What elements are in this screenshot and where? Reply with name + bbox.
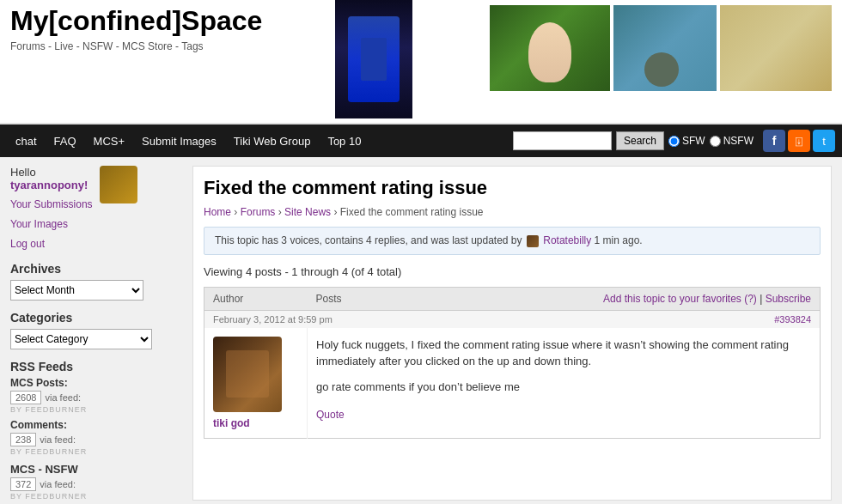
author-avatar <box>213 337 282 412</box>
sidebar: Hello tyarannopony! Your Submissions You… <box>10 166 182 501</box>
sidebar-username[interactable]: tyarannopony! <box>10 179 88 191</box>
favorites-q: (?) <box>744 293 757 305</box>
add-favorites-cell: Add this topic to your favorites (?) | S… <box>400 287 821 310</box>
search-input[interactable] <box>513 131 612 150</box>
header-images <box>490 5 832 117</box>
post-body-1: Holy fuck nuggets, I fixed the comment r… <box>316 337 811 370</box>
categories-title: Categories <box>10 311 182 325</box>
sidebar-link-logout[interactable]: Log out <box>10 234 93 254</box>
facebook-icon[interactable]: f <box>763 130 785 152</box>
breadcrumb-site-news[interactable]: Site News <box>284 206 331 218</box>
nav-faq[interactable]: FAQ <box>46 128 85 155</box>
mcs-posts-feed-text: via feed: <box>45 392 81 403</box>
sidebar-link-images[interactable]: Your Images <box>10 215 93 234</box>
author-column-header: Author <box>204 287 308 310</box>
sidebar-hello: Hello <box>10 166 93 179</box>
info-user-link[interactable]: Rotatebilly <box>543 234 591 246</box>
breadcrumb-home[interactable]: Home <box>204 206 231 218</box>
mcs-posts-label: MCS Posts: <box>10 377 182 389</box>
breadcrumb-forums[interactable]: Forums <box>241 206 276 218</box>
archives-title: Archives <box>10 262 182 276</box>
post-id-link[interactable]: #393824 <box>774 314 811 325</box>
post-author-cell: tiki god <box>204 328 308 439</box>
header-img-1 <box>490 5 610 91</box>
nav-links: Forums - Live - NSFW - MCS Store - Tags <box>10 40 262 52</box>
post-meta-row: February 3, 2012 at 9:59 pm #393824 <box>204 310 821 328</box>
comments-count-box: 238 <box>10 433 36 446</box>
nav-link-tags[interactable]: Tags <box>181 40 203 52</box>
sidebar-avatar <box>100 166 137 203</box>
mcs-posts-feedburner: BY FEEDBURNER <box>10 405 182 414</box>
social-icons: f ⍗ t <box>763 130 835 152</box>
nav-chat[interactable]: chat <box>7 128 46 155</box>
topic-info-box: This topic has 3 voices, contains 4 repl… <box>204 227 821 255</box>
categories-section: Categories Select Category <box>10 311 182 349</box>
post-title: Fixed the comment rating issue <box>204 177 821 199</box>
nav-submit-images[interactable]: Submit Images <box>133 128 225 155</box>
nav-link-forums[interactable]: Forums <box>10 40 46 52</box>
posts-table: Author Posts Add this topic to your favo… <box>204 287 821 439</box>
comments-feedburner: BY FEEDBURNER <box>10 447 182 456</box>
comments-feed-text: via feed: <box>40 434 76 445</box>
breadcrumb: Home › Forums › Site News › Fixed the co… <box>204 206 821 218</box>
viewing-text: Viewing 4 posts - 1 through 4 (of 4 tota… <box>204 265 821 278</box>
mcs-posts-count-box: 2608 <box>10 391 41 404</box>
quote-link[interactable]: Quote <box>316 409 345 421</box>
posts-column-header: Posts <box>308 287 400 310</box>
nsfw-option[interactable]: NSFW <box>710 135 754 147</box>
subscribe-link[interactable]: Subscribe <box>766 293 811 305</box>
post-content-row: tiki god Holy fuck nuggets, I fixed the … <box>204 328 821 439</box>
comments-label: Comments: <box>10 419 182 431</box>
archives-select[interactable]: Select Month <box>10 280 143 301</box>
content-area: Fixed the comment rating issue Home › Fo… <box>192 166 832 501</box>
info-time: 1 min ago. <box>595 234 643 246</box>
navbar: chat FAQ MCS+ Submit Images Tiki Web Gro… <box>0 124 842 157</box>
post-body-2: go rate comments if you don’t believe me <box>316 379 811 396</box>
add-favorites-link[interactable]: Add this topic to your favorites <box>603 293 741 305</box>
header-img-2 <box>613 5 717 91</box>
site-title: My[confined]Space <box>10 5 262 37</box>
nsfw-label: MCS - NSFW <box>10 463 182 476</box>
search-box: Search SFW NSFW f ⍗ t <box>513 130 835 152</box>
search-button[interactable]: Search <box>616 131 664 150</box>
posts-table-header: Author Posts Add this topic to your favo… <box>204 287 821 310</box>
nav-top-10[interactable]: Top 10 <box>319 128 369 155</box>
nsfw-feedburner: BY FEEDBURNER <box>10 492 182 501</box>
post-body-cell: Holy fuck nuggets, I fixed the comment r… <box>308 328 821 439</box>
nsfw-feed-text: via feed: <box>40 479 76 489</box>
hero-image <box>335 0 412 118</box>
rss-section: RSS Feeds MCS Posts: 2608 via feed: BY F… <box>10 360 182 501</box>
rss-title: RSS Feeds <box>10 360 182 373</box>
author-name-link[interactable]: tiki god <box>213 417 250 429</box>
header-img-3 <box>720 5 832 91</box>
sidebar-link-submissions[interactable]: Your Submissions <box>10 195 93 215</box>
twitter-icon[interactable]: t <box>813 130 835 152</box>
nav-link-live[interactable]: Live <box>54 40 73 52</box>
nav-tiki-web-group[interactable]: Tiki Web Group <box>225 128 320 155</box>
rss-icon[interactable]: ⍗ <box>788 130 810 152</box>
categories-select[interactable]: Select Category <box>10 329 152 349</box>
nav-link-store[interactable]: MCS Store <box>122 40 173 52</box>
nav-link-nsfw[interactable]: NSFW <box>82 40 113 52</box>
nsfw-count-box: 372 <box>10 477 36 491</box>
breadcrumb-current: Fixed the comment rating issue <box>340 206 484 218</box>
sfw-option[interactable]: SFW <box>668 135 705 147</box>
archives-section: Archives Select Month <box>10 262 182 301</box>
info-avatar-small <box>527 235 539 247</box>
nav-mcs-plus[interactable]: MCS+ <box>85 128 133 155</box>
post-date: February 3, 2012 at 9:59 pm <box>213 314 333 325</box>
sidebar-links: Your Submissions Your Images Log out <box>10 195 93 253</box>
